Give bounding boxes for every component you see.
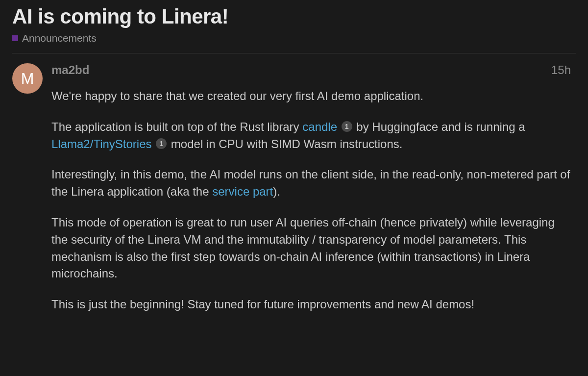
post: M ma2bd 15h We're happy to share that we… <box>12 63 576 327</box>
category-breadcrumb[interactable]: Announcements <box>12 32 576 44</box>
link-click-count-badge[interactable]: 1 <box>156 138 167 149</box>
author-username[interactable]: ma2bd <box>51 63 89 77</box>
category-name: Announcements <box>22 32 97 44</box>
text-span: Interestingly, in this demo, the AI mode… <box>51 168 570 198</box>
post-paragraph: This mode of operation is great to run u… <box>51 214 571 282</box>
post-header: ma2bd 15h <box>51 63 571 77</box>
post-content: ma2bd 15h We're happy to share that we c… <box>51 63 576 327</box>
link-llama2-tinystories[interactable]: Llama2/TinyStories <box>51 137 152 150</box>
text-span: The application is built on top of the R… <box>51 120 302 133</box>
post-timestamp[interactable]: 15h <box>551 63 571 77</box>
link-click-count-badge[interactable]: 1 <box>342 121 352 132</box>
text-span: ). <box>273 185 280 198</box>
avatar[interactable]: M <box>12 63 43 94</box>
category-color-badge <box>12 35 18 41</box>
post-paragraph: Interestingly, in this demo, the AI mode… <box>51 166 571 201</box>
text-span: model in CPU with SIMD Wasm instructions… <box>168 137 402 150</box>
topic-title[interactable]: AI is coming to Linera! <box>12 5 576 28</box>
post-body: We're happy to share that we created our… <box>51 88 571 313</box>
text-span: by Huggingface and is running a <box>353 120 525 133</box>
post-paragraph: This is just the beginning! Stay tuned f… <box>51 296 571 313</box>
post-paragraph: The application is built on top of the R… <box>51 119 571 153</box>
link-candle[interactable]: candle <box>302 120 337 133</box>
link-service-part[interactable]: service part <box>212 185 273 198</box>
post-paragraph: We're happy to share that we created our… <box>51 88 571 105</box>
header-divider <box>12 53 576 53</box>
